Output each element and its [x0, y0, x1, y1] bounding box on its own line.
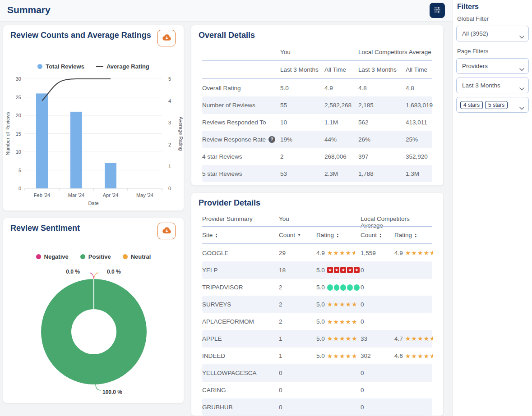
- sort-desc-icon: ▼: [297, 233, 301, 237]
- star-icon: ★: [339, 335, 346, 342]
- table-row: YELP 18 5.0★★★★★ 0: [202, 261, 432, 279]
- row-value: 19%: [280, 131, 324, 148]
- table-row: YELLOWPAGESCA 0 0: [202, 364, 432, 381]
- star-icon: ★: [411, 335, 417, 342]
- help-icon[interactable]: ?: [268, 136, 275, 143]
- annotation-connector: [95, 384, 102, 393]
- column-header-rating[interactable]: Rating▲▼: [394, 232, 432, 238]
- you-rating: 5.0★★★★★: [316, 330, 361, 347]
- row-value: 413,011: [406, 114, 432, 131]
- row-value: 352,920: [406, 148, 432, 165]
- star-icon: ★: [327, 353, 333, 359]
- overall-details-rows: Overall Rating 5.04.94.84.8 Number of Re…: [202, 79, 432, 182]
- divider: [202, 78, 432, 79]
- legend-line: [96, 66, 103, 67]
- column-header-rating[interactable]: Rating▲▼: [316, 232, 361, 238]
- download-button[interactable]: [157, 223, 176, 239]
- competitor-rating: [394, 261, 432, 279]
- row-label: 4 star Reviews: [202, 148, 280, 165]
- star-icon: ★: [411, 250, 417, 256]
- star-icon: ★: [345, 319, 352, 325]
- provider-details-rows: GOOGLE 29 4.9★★★★★ 1,559 4.9★★★★★ YELP 1…: [202, 244, 432, 416]
- table-row: 5 star Reviews 532.3M1,7881.3M: [202, 165, 432, 182]
- row-label: Number of Reviews: [202, 96, 280, 114]
- table-row: GOOGLE 29 4.9★★★★★ 1,559 4.9★★★★★: [202, 244, 432, 261]
- page-filter-providers-select[interactable]: Providers: [456, 58, 529, 74]
- page-filter-daterange-select[interactable]: Last 3 Months: [456, 78, 529, 93]
- review-counts-card: Review Counts and Average Ratings Total …: [3, 25, 184, 211]
- you-rating: 5.0★★★★★: [316, 313, 361, 330]
- row-value: 4.8: [358, 79, 406, 96]
- rating-value: 5.0: [316, 284, 325, 291]
- you-count: 29: [279, 244, 316, 261]
- legend-item-average-rating[interactable]: Average Rating: [96, 63, 149, 70]
- competitor-count: 0: [361, 398, 394, 416]
- row-value: 4.9: [324, 79, 358, 96]
- table-row: Number of Reviews 552,582,2682,1851,683,…: [202, 96, 432, 114]
- sliders-icon: [433, 6, 441, 15]
- divider: [202, 60, 432, 61]
- filters-toggle-button[interactable]: [430, 3, 445, 18]
- competitor-rating: [394, 364, 432, 381]
- sort-icon: ▲▼: [215, 233, 217, 238]
- svg-text:Apr '24: Apr '24: [103, 192, 119, 198]
- star-icon: ★: [345, 353, 352, 359]
- star-icon: ★: [423, 353, 430, 359]
- rating-value: 5.0: [316, 301, 325, 308]
- tripadvisor-circle-icon: [347, 284, 353, 291]
- you-count: 0: [279, 382, 316, 398]
- column-header-count[interactable]: Count▼: [279, 232, 316, 238]
- global-filter-select[interactable]: All (3952): [456, 26, 529, 41]
- yelp-star-icon: ★: [347, 267, 353, 273]
- competitor-count: 0: [361, 364, 394, 381]
- tripadvisor-circle-icon: [334, 284, 340, 291]
- star-icon: ★: [333, 319, 339, 325]
- table-row: APPLE 1 5.0★★★★★ 33 4.7★★★★★: [202, 330, 432, 347]
- table-row: Overall Rating 5.04.94.84.8: [202, 79, 432, 96]
- annotation-negative: 0.0 %: [66, 269, 80, 275]
- svg-text:May '24: May '24: [136, 192, 153, 198]
- page-filter-stars-select[interactable]: 4 stars 5 stars: [456, 97, 529, 113]
- row-value: 2.3M: [324, 165, 358, 182]
- svg-text:0: 0: [168, 186, 171, 191]
- table-row: SURVEYS 2 5.0★★★★★ 0: [202, 296, 432, 313]
- cloud-download-icon: [162, 34, 171, 43]
- you-rating: 5.0★★★★★: [316, 347, 361, 364]
- rating-value: 4.9: [316, 250, 325, 256]
- tripadvisor-circle-icon: [340, 284, 346, 291]
- site-name: CARING: [202, 382, 279, 398]
- you-count: 2: [279, 296, 316, 313]
- star-icon: ★: [417, 250, 424, 256]
- cloud-download-icon: [162, 227, 171, 236]
- overall-details-card: Overall Details You Local Competitors Av…: [191, 25, 444, 186]
- rating-value: 5.0: [316, 318, 325, 325]
- sentiment-legend: Negative Positive Neutral: [3, 253, 184, 260]
- you-count: 1: [279, 330, 316, 347]
- page-filters-label: Page Filters: [457, 48, 528, 55]
- site-name: TRIPADVISOR: [202, 279, 279, 296]
- rating-value: 4.7: [394, 335, 403, 342]
- you-count: 2: [279, 279, 316, 296]
- donut-hole: [71, 309, 116, 354]
- star-icon: ★: [405, 250, 412, 256]
- legend-item-total-reviews[interactable]: Total Reviews: [37, 63, 84, 70]
- row-value: 1,788: [358, 165, 406, 182]
- svg-text:5: 5: [19, 168, 21, 173]
- legend-item-positive[interactable]: Positive: [80, 253, 111, 260]
- legend-dot: [123, 254, 128, 259]
- star-icon: ★: [339, 319, 346, 325]
- competitor-rating: [394, 382, 432, 398]
- site-name: APLACEFORMOM: [202, 313, 279, 330]
- table-row: GRUBHUB 0 0: [202, 398, 432, 416]
- legend-item-negative[interactable]: Negative: [36, 253, 69, 260]
- legend-dot: [36, 254, 41, 259]
- group-header-you: You: [279, 215, 361, 229]
- column-header-site[interactable]: Site▲▼: [202, 232, 279, 238]
- divider: [202, 226, 432, 227]
- download-button[interactable]: [157, 30, 176, 46]
- star-icon: ★: [345, 301, 352, 307]
- legend-item-neutral[interactable]: Neutral: [123, 253, 151, 260]
- column-header-count[interactable]: Count▲▼: [361, 232, 394, 238]
- tripadvisor-circle-icon: [354, 284, 360, 291]
- row-value: 26%: [358, 131, 406, 148]
